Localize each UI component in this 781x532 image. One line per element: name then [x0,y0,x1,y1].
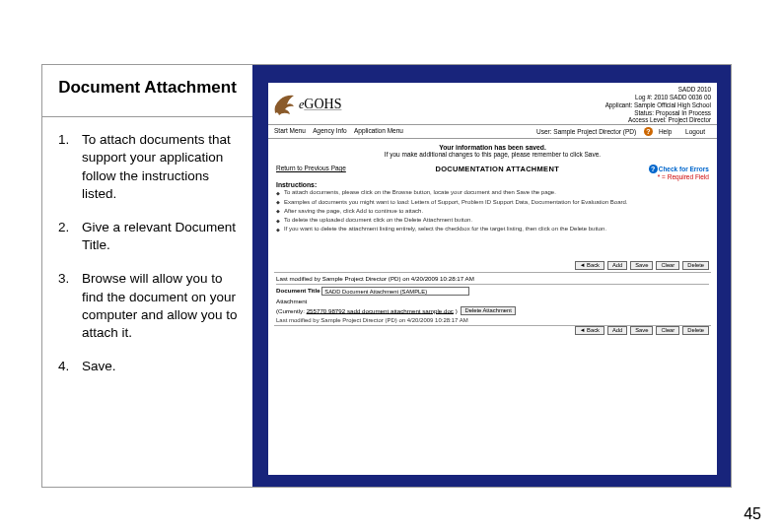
instr-item: To attach documents, please click on the… [276,189,709,197]
button-row-top: ◄ Back Add Save Clear Delete [268,261,717,272]
button-row-bottom: ◄ Back Add Save Clear Delete [268,326,717,337]
title-box: Document Attachment [42,65,252,117]
panel-header: eGOHS SADD 2010 Log #: 2010 SADD 0036 00… [268,83,717,125]
instr-item: To delete the uploaded document click on… [276,217,709,225]
app-panel: eGOHS SADD 2010 Log #: 2010 SADD 0036 00… [268,83,717,475]
saved-bold: Your information has been saved. [276,144,709,151]
instructions-block: Instructions: To attach documents, pleas… [268,181,717,236]
delete-attachment-button[interactable]: Delete Attachment [461,306,515,315]
form-block: Last modified by Sample Project Director… [268,273,717,325]
nav-start[interactable]: Start Menu [274,127,306,134]
doc-title-line: Document Title SADD Document Attachment … [276,287,709,296]
nav-left: Start Menu Agency Info Application Menu [274,127,409,136]
nav-logout[interactable]: Logout [685,128,705,135]
add-button[interactable]: Add [607,261,627,270]
brand-text: eGOHS [299,97,341,112]
return-link[interactable]: Return to Previous Page [276,165,346,171]
header-meta: SADD 2010 Log #: 2010 SADD 0036 00 Appli… [605,85,711,124]
save-button[interactable]: Save [630,261,653,270]
instr-item: If you want to delete the attachment lis… [276,226,709,233]
currently-line: (Currently: 255770.98792 sadd document a… [276,306,709,315]
spacer [268,237,717,261]
meta-line: Applicant: Sample Official High School [605,101,711,109]
right-column: eGOHS SADD 2010 Log #: 2010 SADD 0036 00… [252,65,731,487]
nav-app[interactable]: Application Menu [354,127,403,134]
required-note: * = Required Field [658,173,709,180]
slide-title: Document Attachment [50,77,245,99]
saved-message: Your information has been saved. If you … [268,139,717,163]
step-1: 1.To attach documents that support your … [64,131,243,203]
nav-bar: Start Menu Agency Info Application Menu … [268,125,717,139]
instr-item: Examples of documents you might want to … [276,199,709,207]
attach-label-line: Attachment [276,298,709,304]
step-3: 3.Browse will allow you to find the docu… [64,270,243,342]
step-4: 4.Save. [64,358,243,375]
help-icon: ? [644,127,653,136]
meta-line: Status: Proposal In Process [605,109,711,117]
divider [276,284,709,285]
instructions-header: Instructions: [276,181,709,188]
doc-title-label: Document Title [276,287,320,294]
saved-sub: If you make additional changes to this p… [276,151,709,158]
meta-line: Access Level: Project Director [605,116,711,124]
save-button[interactable]: Save [630,326,653,335]
nav-help[interactable]: ?Help [644,128,677,135]
right-info: ?Check for Errors * = Required Field [649,165,709,180]
check-errors-link[interactable]: ?Check for Errors [649,166,709,172]
delete-button[interactable]: Delete [682,261,709,270]
meta-line: SADD 2010 [605,86,711,94]
slide-container: Document Attachment 1.To attach document… [41,64,732,488]
doc-title-input[interactable]: SADD Document Attachment (SAMPLE) [321,287,469,296]
page-subtitle: DOCUMENTATION ATTACHMENT [436,165,560,173]
meta-line: Log #: 2010 SADD 0036 00 [605,94,711,101]
mod-line: Last modified by Sample Project Director… [276,275,709,282]
back-button[interactable]: ◄ Back [575,326,604,335]
add-button[interactable]: Add [607,326,627,335]
nav-agency[interactable]: Agency Info [313,127,346,134]
page-number: 45 [744,505,761,523]
eagle-icon [272,92,296,117]
instruction-list: 1.To attach documents that support your … [42,117,252,401]
instr-item: After saving the page, click Add to cont… [276,208,709,216]
attachment-link[interactable]: 255770.98792 sadd document attachment sa… [307,306,454,313]
clear-button[interactable]: Clear [656,326,679,335]
step-2: 2.Give a relevant Document Title. [64,219,243,254]
title-row: Return to Previous Page DOCUMENTATION AT… [268,163,717,181]
clear-button[interactable]: Clear [656,261,679,270]
left-column: Document Attachment 1.To attach document… [42,65,252,487]
back-button[interactable]: ◄ Back [575,261,604,270]
nav-right: User: Sample Project Director (PD) ?Help… [536,127,711,136]
nav-user: User: Sample Project Director (PD) [536,128,636,135]
delete-button[interactable]: Delete [682,326,709,335]
help-icon: ? [649,165,658,173]
logo-wrap: eGOHS [272,85,341,124]
last-modified-line: Last modified by Sample Project Director… [276,317,709,323]
